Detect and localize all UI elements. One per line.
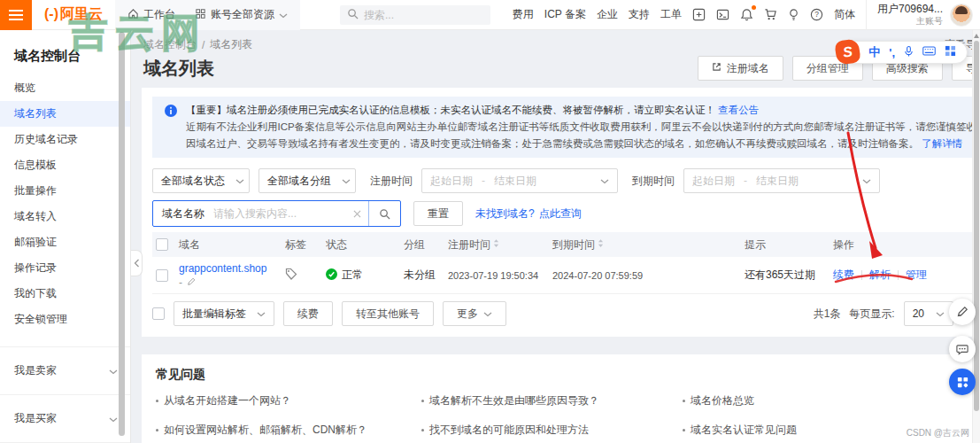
main-content: 域名控制台 / 域名列表 查看导出结果 域名列表 注册域名 分组管理 高级搜索 … [131,30,980,443]
topnav-enterprise[interactable]: 企业 [597,7,618,22]
sidebar-group-buyer[interactable]: 我是买家 [0,394,130,442]
sort-icon[interactable] [493,238,499,251]
aliyun-logo[interactable]: (-) 阿里云 [44,5,103,24]
transfer-account-button[interactable]: 转至其他账号 [342,301,434,326]
register-domain-button[interactable]: 注册域名 [698,56,783,81]
row-checkbox[interactable] [156,269,168,282]
filter-row: 全部域名状态 全部域名分组 注册时间 起始日期 - 结束日期 到期时间 起始日期… [152,168,980,193]
edit-icon[interactable] [187,276,196,289]
mini-apps-button[interactable] [949,369,976,395]
global-search-field[interactable] [364,9,475,21]
sidebar-item-history[interactable]: 历史域名记录 [0,127,130,152]
feedback-pencil-button[interactable] [949,299,976,325]
domain-table: 域名 标签 状态 分组 注册时间 到期时间 提示 操作 grappcontent… [152,232,980,294]
sidebar-item-downloads[interactable]: 我的下载 [0,281,130,307]
notice-banner: 【重要】域名注册必须使用已完成实名认证的信息模板；未实名认证域名不能续费、将被暂… [152,97,980,158]
topnav-support[interactable]: 支持 [629,7,650,22]
select-all-checkbox[interactable] [156,238,168,251]
breadcrumb-parent[interactable]: 域名控制台 [143,37,197,52]
total-count: 共1条 [814,307,841,322]
domain-not-found-text[interactable]: 未找到域名? [475,206,535,222]
domain-group-select[interactable]: 全部域名分组 [259,168,356,193]
microphone-icon[interactable] [904,45,914,60]
topnav-tickets[interactable]: 工单 [660,7,682,22]
sidebar-item-security-lock[interactable]: 安全锁管理 [0,307,130,332]
query-here-link[interactable]: 点此查询 [539,206,582,222]
topnav-icp[interactable]: ICP 备案 [544,7,586,22]
faq-link[interactable]: 域名解析不生效是由哪些原因导致？ [421,393,683,408]
sidebar-group-seller[interactable]: 我是卖家 [0,346,130,394]
chevron-down-icon [342,175,351,187]
lightbulb-icon[interactable] [788,8,799,21]
language-switch[interactable]: 简体 [834,7,855,22]
chat-support-button[interactable] [949,336,976,362]
sogou-ime-bar[interactable]: S 中 ', [841,41,968,64]
chevron-down-icon [279,9,288,21]
console-apps-icon[interactable] [692,8,706,21]
more-dropdown[interactable]: 更多 [443,301,506,326]
tag-icon[interactable] [285,268,297,283]
info-icon [165,105,177,117]
domain-search-input[interactable] [213,207,346,220]
sidebar-item-domain-list[interactable]: 域名列表 [0,101,130,127]
table-header: 域名 标签 状态 分组 注册时间 到期时间 提示 操作 [152,232,980,257]
renew-link[interactable]: 续费 [833,268,854,283]
dns-resolve-link[interactable]: 解析 [869,268,891,283]
sidebar-item-transfer-in[interactable]: 域名转入 [0,204,130,229]
clear-icon[interactable] [353,210,361,218]
manage-link[interactable]: 管理 [906,268,927,283]
domain-list-card: 【重要】域名注册必须使用已完成实名认证的信息模板；未实名认证域名不能续费、将被暂… [142,88,980,337]
sidebar-item-overview[interactable]: 概览 [0,75,130,101]
status-ok-icon [326,268,337,283]
reg-time-range-picker[interactable]: 起始日期 - 结束日期 [421,168,618,193]
faq-link[interactable]: 域名价格总览 [683,393,980,408]
ime-punctuation-toggle[interactable]: ', [889,46,895,59]
bell-icon[interactable] [740,8,753,21]
reset-button[interactable]: 重置 [413,201,463,226]
ime-toolbox-icon[interactable] [945,45,956,59]
expire-time-range-picker[interactable]: 起始日期 - 结束日期 [683,168,880,193]
domain-name-search-group: 域名名称 [152,200,401,227]
chevron-down-icon [862,175,871,187]
search-button[interactable] [368,201,400,226]
console-nav: 工作台 账号全部资源 [115,0,300,30]
global-search-input[interactable] [340,5,490,25]
notice-line1: 【重要】域名注册必须使用已完成实名认证的信息模板；未实名认证域名不能续费、将被暂… [186,105,715,115]
sidebar-item-info-template[interactable]: 信息模板 [0,152,130,178]
csdn-watermark: CSDN @吉云网 [907,427,969,439]
per-page-select[interactable]: 20 [904,301,953,326]
sidebar-collapse-handle[interactable] [131,250,143,276]
batch-renew-button[interactable]: 续费 [283,301,333,326]
view-announcement-link[interactable]: 查看公告 [718,105,759,115]
sidebar-scrollbar[interactable] [119,32,125,436]
faq-link[interactable]: 找不到域名的可能原因和处理方法 [421,423,683,438]
help-icon[interactable]: ? [810,8,823,21]
avatar[interactable] [950,4,973,27]
sidebar-item-batch-ops[interactable]: 批量操作 [0,178,130,204]
scrollbar-thumb[interactable] [974,41,979,411]
terminal-icon[interactable] [716,8,729,21]
learn-more-link[interactable]: 了解详情 [922,138,962,149]
domain-status-select[interactable]: 全部域名状态 [152,168,250,193]
keyboard-icon[interactable] [922,46,936,58]
domain-link[interactable]: grappcontent.shop [179,262,266,275]
workbench-link[interactable]: 工作台 [127,7,175,22]
hamburger-menu-button[interactable] [0,0,32,30]
ime-mode-toggle[interactable]: 中 [868,44,880,60]
batch-select-checkbox[interactable] [152,307,165,320]
sort-icon[interactable] [598,238,604,251]
scrollbar-up-arrow[interactable] [974,34,979,38]
sidebar-item-email-verify[interactable]: 邮箱验证 [0,229,130,255]
resources-dropdown[interactable]: 账号全部资源 [195,7,288,22]
cart-icon[interactable] [764,8,777,21]
faq-card: 常见问题 从域名开始搭建一个网站？ 域名解析不生效是由哪些原因导致？ 域名价格总… [142,354,980,443]
topnav-expenses[interactable]: 费用 [513,7,534,22]
sidebar-item-op-records[interactable]: 操作记录 [0,255,130,281]
user-account[interactable]: 用户709694... 主账号 [866,0,980,30]
tip-cell: 还有365天过期 [745,268,833,283]
grid-icon [195,8,206,22]
chevron-down-icon [109,365,118,377]
faq-link[interactable]: 从域名开始搭建一个网站？ [156,393,421,408]
faq-link[interactable]: 如何设置网站解析、邮箱解析、CDN解析？ [156,423,421,438]
batch-edit-tags-dropdown[interactable]: 批量编辑标签 [174,301,274,326]
